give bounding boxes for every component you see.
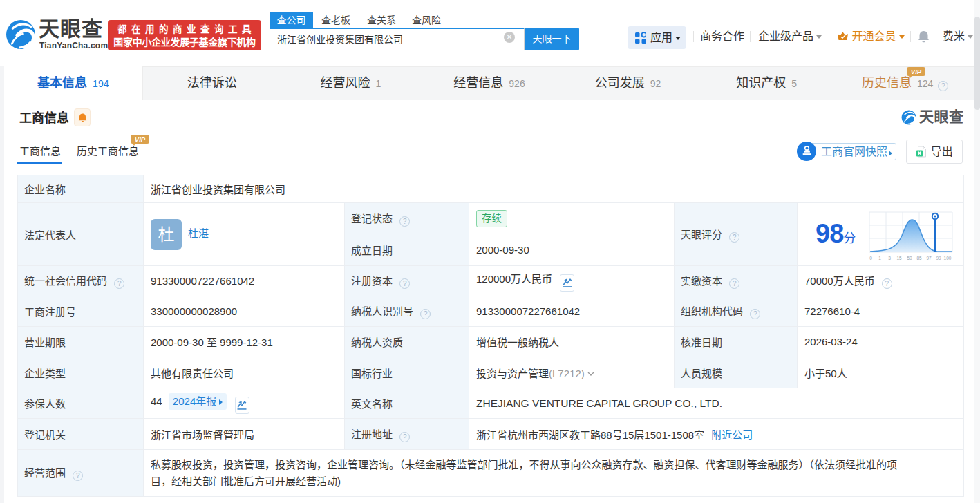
svg-text:97: 97 [926, 256, 932, 260]
svg-text:15: 15 [896, 256, 902, 260]
svg-text:1: 1 [878, 256, 881, 260]
svg-text:100: 100 [944, 256, 952, 260]
svg-text:85: 85 [916, 256, 922, 260]
svg-text:0: 0 [869, 256, 872, 260]
svg-text:50: 50 [907, 256, 912, 260]
svg-text:99: 99 [936, 256, 941, 260]
svg-text:3: 3 [888, 256, 891, 260]
